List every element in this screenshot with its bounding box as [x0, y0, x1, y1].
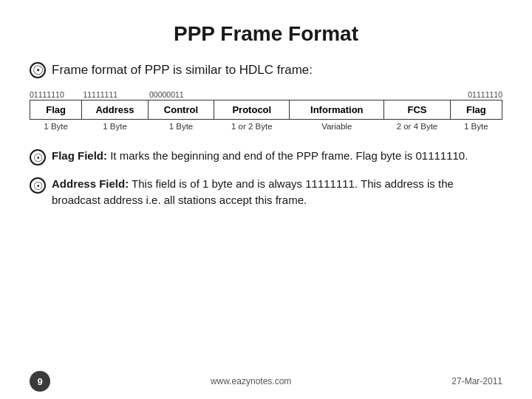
frame-table: Flag Address Control Protocol Informatio… [30, 100, 502, 134]
body-paragraph-2: Address Field: This field is of 1 byte a… [52, 176, 502, 208]
bullet-icon-3: ☉ [30, 177, 46, 194]
body-text-1: ☉ Flag Field: It marks the beginning and… [30, 148, 502, 166]
col-protocol-header: Protocol [214, 100, 290, 120]
bullet-icon-2: ☉ [30, 149, 46, 166]
col-address-size: 1 Byte [82, 120, 148, 135]
bit-labels-row: 01111110 11111111 00000011 01111110 [30, 90, 502, 99]
slide: PPP Frame Format ☉ Frame format of PPP i… [0, 0, 532, 399]
col-info-header: Information [290, 100, 384, 120]
col-info-size: Variable [290, 120, 384, 135]
bit-label-flag: 01111110 [30, 90, 81, 99]
bit-label-control: 00000011 [148, 90, 214, 99]
subtitle-text: Frame format of PPP is similar to HDLC f… [52, 63, 313, 78]
col-control-size: 1 Byte [148, 120, 214, 135]
slide-title: PPP Frame Format [30, 22, 502, 46]
table-header-row: Flag Address Control Protocol Informatio… [30, 100, 502, 120]
bullet-icon-1: ☉ [30, 62, 46, 78]
col-control-header: Control [148, 100, 214, 120]
footer: 9 www.eazynotes.com 27-Mar-2011 [0, 371, 532, 392]
col-fcs-header: FCS [384, 100, 450, 120]
body-text-2: ☉ Address Field: This field is of 1 byte… [30, 176, 502, 208]
col-fcs-size: 2 or 4 Byte [384, 120, 450, 135]
col-protocol-size: 1 or 2 Byte [214, 120, 290, 135]
address-field-label: Address Field: [52, 177, 129, 190]
flag-field-body: It marks the beginning and end of the PP… [110, 149, 468, 162]
bit-label-flag2: 01111110 [451, 90, 502, 99]
subtitle-line: ☉ Frame format of PPP is similar to HDLC… [30, 62, 502, 78]
slide-number: 9 [30, 371, 50, 392]
col-flag-header: Flag [30, 100, 82, 120]
col-flag2-header: Flag [450, 100, 502, 120]
body-paragraph-1: Flag Field: It marks the beginning and e… [52, 148, 468, 164]
col-flag-size: 1 Byte [30, 120, 82, 135]
frame-table-container: 01111110 11111111 00000011 01111110 Flag… [30, 90, 502, 134]
footer-website: www.eazynotes.com [211, 376, 291, 386]
bit-label-spacer [214, 90, 451, 99]
bit-label-address: 11111111 [81, 90, 148, 99]
col-address-header: Address [82, 100, 148, 120]
footer-date: 27-Mar-2011 [451, 376, 502, 386]
table-size-row: 1 Byte 1 Byte 1 Byte 1 or 2 Byte Variabl… [30, 120, 502, 135]
flag-field-label: Flag Field: [52, 149, 107, 162]
col-flag2-size: 1 Byte [450, 120, 502, 135]
